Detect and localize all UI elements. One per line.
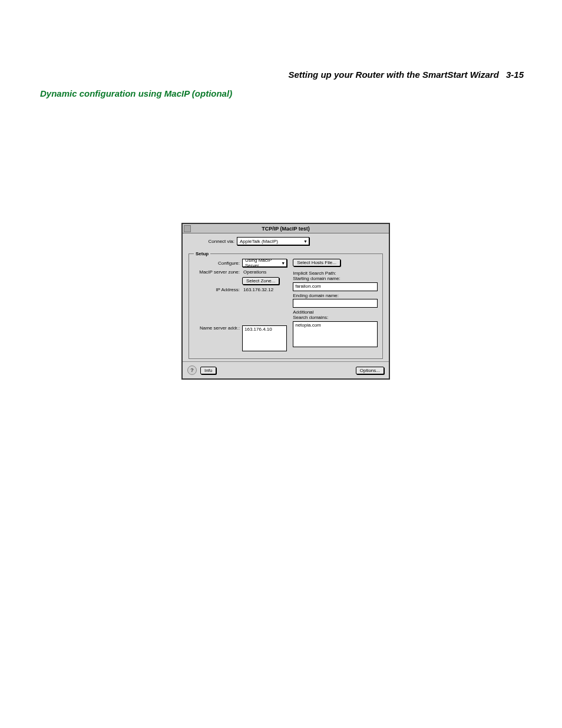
configure-select[interactable]: Using MacIP Server ▼ — [242, 259, 287, 267]
header-text: Setting up your Router with the SmartSta… — [288, 70, 498, 80]
ip-value: 163.176.32.12 — [243, 287, 273, 292]
select-hosts-button[interactable]: Select Hosts File... — [293, 259, 340, 266]
ip-label: IP Address: — [194, 287, 242, 292]
end-domain-label: Ending domain name: — [293, 294, 378, 299]
window-titlebar: TCP/IP (MacIP test) — [183, 224, 389, 233]
nameserver-value: 163.176.4.10 — [244, 327, 272, 332]
setup-fieldset: Setup Configure: Using MacIP Server ▼ Ma… — [189, 251, 383, 359]
help-icon[interactable]: ? — [187, 365, 197, 375]
chevron-down-icon: ▼ — [303, 239, 308, 243]
configure-label: Configure: — [194, 261, 242, 266]
nameserver-input[interactable]: 163.176.4.10 — [242, 325, 287, 351]
start-domain-value: farallon.com — [295, 284, 321, 289]
start-domain-input[interactable]: farallon.com — [293, 282, 378, 291]
section-heading: Dynamic configuration using MacIP (optio… — [40, 88, 232, 98]
end-domain-input[interactable] — [293, 299, 378, 308]
additional-domains-value: netopia.com — [295, 322, 321, 328]
setup-legend: Setup — [194, 251, 210, 256]
additional-domains-input[interactable]: netopia.com — [293, 321, 378, 347]
options-button[interactable]: Options... — [356, 367, 384, 374]
tcpip-window: TCP/IP (MacIP test) Connect via: AppleTa… — [181, 223, 390, 380]
info-button[interactable]: Info — [200, 367, 216, 374]
connect-via-select[interactable]: AppleTalk (MacIP) ▼ — [237, 237, 309, 245]
configure-value: Using MacIP Server — [245, 258, 281, 268]
connect-via-value: AppleTalk (MacIP) — [240, 239, 278, 244]
implicit-search-label: Implicit Search Path: Starting domain na… — [293, 271, 378, 282]
zone-label: MacIP server zone: — [194, 269, 242, 275]
zone-value: Operations — [243, 269, 266, 275]
window-menu-icon[interactable] — [184, 225, 191, 232]
window-title: TCP/IP (MacIP test) — [262, 226, 310, 232]
chevron-down-icon: ▼ — [281, 261, 285, 265]
nameserver-label: Name server addr.: — [194, 325, 242, 331]
page-number: 3-15 — [506, 70, 524, 80]
page-header: Setting up your Router with the SmartSta… — [288, 70, 524, 80]
connect-via-label: Connect via: — [189, 239, 237, 244]
select-zone-button[interactable]: Select Zone... — [242, 277, 279, 285]
additional-domains-label: Additional Search domains: — [293, 310, 378, 321]
